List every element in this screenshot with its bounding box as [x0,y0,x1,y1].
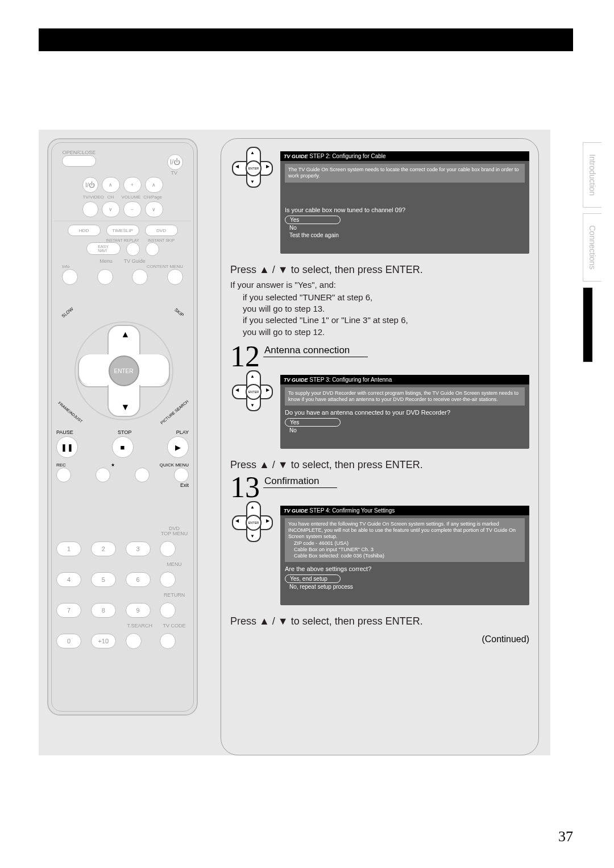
quick-menu-label: QUICK MENU [160,462,189,468]
screen-confirm: TV GUIDE STEP 4: Confirming Your Setting… [280,506,529,606]
ans-l4: you will go to step 12. [243,327,325,337]
info-label: Info [62,264,69,269]
num-plus10[interactable]: +10 [91,634,116,648]
instant-replay-label: INSTANT REPLAY [106,238,140,242]
num-1[interactable]: 1 [56,542,81,556]
pause-label: PAUSE [56,429,73,435]
rec-button[interactable] [56,468,71,482]
ch-down-button[interactable]: ∨ [102,201,120,217]
vol-up-button[interactable]: + [123,177,142,193]
tv-label: TV [54,170,191,176]
menu-button[interactable] [97,269,113,285]
return-button[interactable] [160,602,176,618]
page-down-button[interactable]: ∨ [145,201,163,217]
hdd-button[interactable]: HDD [68,225,101,236]
num-3[interactable]: 3 [126,542,151,556]
menu2-button[interactable] [160,572,176,588]
screen-cable-sub: The TV Guide On Screen system needs to l… [285,164,525,183]
remote-control: OPEN/CLOSE I/⏻ TV I/⏻ ∧ + ∧ TV/VIDEO CH … [47,138,198,716]
return-label: RETURN [160,592,189,598]
content: OPEN/CLOSE I/⏻ TV I/⏻ ∧ + ∧ TV/VIDEO CH … [39,130,550,755]
dvd-button[interactable]: DVD [145,225,178,236]
page-up-button[interactable]: ∧ [145,177,163,193]
pause-button[interactable]: ❚❚ [56,436,78,458]
play-button[interactable]: ▶ [167,436,189,458]
opt-antenna-no: No [285,427,525,434]
screen-confirm-header: STEP 4: Confirming Your Settings [309,507,395,514]
num-9[interactable]: 9 [126,603,151,618]
volume-label: VOLUME [122,195,141,200]
answer-intro: If your answer is "Yes", and: [230,279,529,291]
tvcode-label: TV CODE [160,623,189,629]
confirm-line1: ZIP code - 46001 (USA) [294,540,349,546]
dpad-icon: ENTER ▲▼◀▶ [234,503,271,540]
exit-label: Exit [56,482,189,488]
num-4[interactable]: 4 [56,572,81,587]
tsearch-button[interactable] [126,633,142,649]
side-tabs: Introduction Connections [583,142,614,368]
tvguide-brand: TV GUIDE [284,508,308,514]
top-menu-button[interactable] [160,541,176,557]
opt-no: No [285,224,525,232]
ans-l3: if you selected "Line 1" or "Line 3" at … [243,315,408,325]
press-instruction-1: Press ▲ / ▼ to select, then press ENTER. [230,264,529,276]
step-13-title: Confirmation [263,476,337,488]
num-8[interactable]: 8 [91,603,116,618]
num-2[interactable]: 2 [91,542,116,556]
content-menu-button[interactable] [167,269,183,285]
power-button[interactable]: I/⏻ [167,154,183,170]
step-13-number: 13 [230,474,260,501]
play-label: PLAY [176,429,189,435]
screen-cable: TV GUIDE STEP 2: Configuring for Cable T… [280,151,529,254]
tab-active [583,287,592,362]
ch-label: CH [102,195,119,200]
step-12-title: Antenna connection [263,345,368,357]
enter-button[interactable]: ENTER [109,356,139,386]
press-instruction-3: Press ▲ / ▼ to select, then press ENTER. [230,615,529,627]
page-number: 37 [558,828,573,845]
tvvideo-label: TV/VIDEO [83,195,100,200]
tvcode-button[interactable] [160,633,176,649]
instant-replay-button[interactable] [126,242,140,256]
step-12-number: 12 [230,344,260,370]
info-button[interactable] [62,269,78,285]
quick-menu-button[interactable] [135,468,150,482]
page: Introduction Connections OPEN/CLOSE I/⏻ … [0,0,614,868]
tvguide-brand: TV GUIDE [284,154,308,159]
dpad-enter-label: ENTER [246,384,262,400]
stop-button[interactable]: ■ [112,436,134,458]
open-close-button[interactable] [62,155,96,167]
content-menu-label: CONTENT MENU [147,264,183,269]
confirm-line3: Cable Box selected: code 036 (Toshiba) [294,553,384,559]
num-0[interactable]: 0 [56,634,81,648]
rec-label: REC [56,462,66,468]
instant-skip-label: INSTANT SKIP [144,238,179,242]
num-6[interactable]: 6 [126,572,151,587]
instant-skip-button[interactable] [146,242,159,256]
tv-power-button[interactable]: I/⏻ [82,177,98,193]
ch-up-button[interactable]: ∧ [102,177,120,193]
menu-label: Menu [99,258,113,264]
num-7[interactable]: 7 [56,603,81,618]
vol-down-button[interactable]: − [123,201,142,217]
confirm-line2: Cable Box on input "TUNER" Ch. 3 [294,547,374,552]
tv-video-button[interactable] [82,201,98,217]
screen-cable-question: Is your cable box now tuned to channel 0… [285,206,525,213]
star-button[interactable] [96,468,110,482]
dpad-icon: ENTER ▲▼◀▶ [234,149,271,185]
screen-antenna-header: STEP 3: Configuring for Antenna [309,377,392,383]
dvd-top-menu-label: DVD TOP MENU [160,526,189,536]
ans-l2: you will go to step 13. [243,304,325,313]
num-5[interactable]: 5 [91,572,116,587]
label-open-close: OPEN/CLOSE [62,150,96,155]
stop-label: STOP [118,429,131,435]
exit-button[interactable] [174,468,189,482]
tvguide-button[interactable] [132,269,148,285]
easy-navi-button[interactable]: EASY NAVI [86,242,121,255]
timeslip-button[interactable]: TIMESLIP [106,225,139,236]
instructions-panel: ENTER ▲▼◀▶ TV GUIDE STEP 2: Configuring … [221,138,539,755]
opt-yes: Yes [285,216,341,224]
tvguide-label: TV Guide [124,258,146,264]
screen-antenna: TV GUIDE STEP 3: Configuring for Antenna… [280,375,529,449]
opt-antenna-yes: Yes [285,418,341,427]
